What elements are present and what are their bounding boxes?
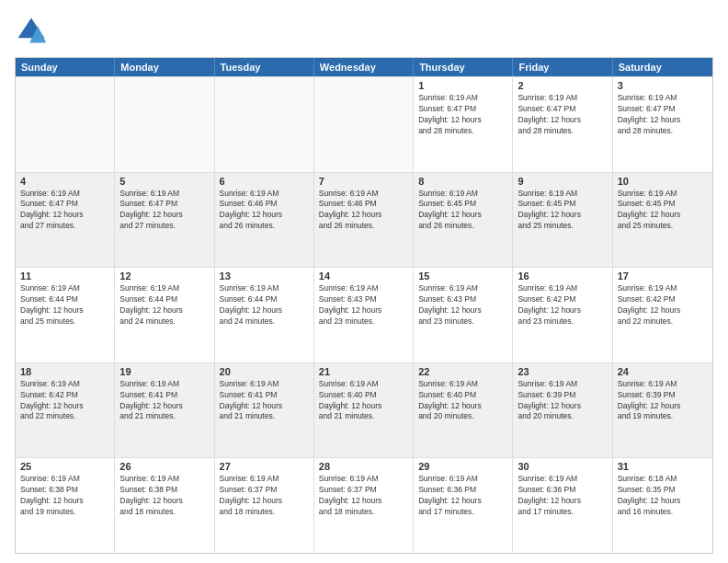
cell-content: Sunrise: 6:19 AM Sunset: 6:36 PM Dayligh…: [418, 474, 507, 518]
calendar-cell: 11Sunrise: 6:19 AM Sunset: 6:44 PM Dayli…: [16, 268, 115, 362]
calendar-header-cell: Wednesday: [314, 58, 414, 76]
day-number: 15: [418, 270, 507, 282]
cell-content: Sunrise: 6:19 AM Sunset: 6:47 PM Dayligh…: [119, 189, 209, 233]
cell-content: Sunrise: 6:19 AM Sunset: 6:46 PM Dayligh…: [319, 189, 408, 233]
day-number: 21: [319, 366, 408, 377]
day-number: 1: [418, 80, 507, 91]
cell-content: Sunrise: 6:19 AM Sunset: 6:44 PM Dayligh…: [119, 283, 209, 327]
cell-content: Sunrise: 6:19 AM Sunset: 6:41 PM Dayligh…: [119, 379, 209, 423]
cell-content: Sunrise: 6:19 AM Sunset: 6:36 PM Dayligh…: [518, 474, 607, 518]
calendar-cell: 30Sunrise: 6:19 AM Sunset: 6:36 PM Dayli…: [513, 458, 612, 553]
day-number: 16: [518, 270, 607, 282]
calendar-cell: [115, 77, 214, 172]
day-number: 11: [20, 270, 109, 282]
day-number: 13: [220, 270, 309, 282]
cell-content: Sunrise: 6:19 AM Sunset: 6:42 PM Dayligh…: [518, 283, 607, 327]
calendar-cell: 2Sunrise: 6:19 AM Sunset: 6:47 PM Daylig…: [513, 77, 612, 172]
day-number: 2: [518, 80, 607, 91]
calendar-cell: 1Sunrise: 6:19 AM Sunset: 6:47 PM Daylig…: [414, 77, 513, 172]
day-number: 17: [618, 270, 708, 282]
calendar-header-cell: Saturday: [613, 58, 712, 76]
calendar-header-cell: Thursday: [414, 58, 513, 76]
day-number: 6: [220, 176, 309, 187]
day-number: 14: [319, 270, 408, 282]
cell-content: Sunrise: 6:19 AM Sunset: 6:44 PM Dayligh…: [220, 283, 309, 327]
cell-content: Sunrise: 6:19 AM Sunset: 6:42 PM Dayligh…: [618, 283, 708, 327]
calendar-cell: 31Sunrise: 6:18 AM Sunset: 6:35 PM Dayli…: [613, 458, 712, 553]
calendar-cell: [215, 77, 314, 172]
calendar-cell: 16Sunrise: 6:19 AM Sunset: 6:42 PM Dayli…: [513, 268, 612, 362]
cell-content: Sunrise: 6:19 AM Sunset: 6:39 PM Dayligh…: [518, 379, 607, 423]
cell-content: Sunrise: 6:19 AM Sunset: 6:46 PM Dayligh…: [220, 189, 309, 233]
calendar-cell: 12Sunrise: 6:19 AM Sunset: 6:44 PM Dayli…: [115, 268, 214, 362]
day-number: 3: [618, 80, 708, 91]
day-number: 23: [518, 366, 607, 377]
calendar: SundayMondayTuesdayWednesdayThursdayFrid…: [15, 57, 713, 554]
day-number: 25: [20, 461, 109, 472]
calendar-cell: 24Sunrise: 6:19 AM Sunset: 6:39 PM Dayli…: [613, 363, 712, 458]
cell-content: Sunrise: 6:19 AM Sunset: 6:45 PM Dayligh…: [518, 189, 607, 233]
day-number: 9: [518, 176, 607, 187]
calendar-row: 1Sunrise: 6:19 AM Sunset: 6:47 PM Daylig…: [16, 76, 712, 172]
day-number: 31: [618, 461, 708, 472]
calendar-header-cell: Monday: [115, 58, 214, 76]
day-number: 26: [119, 461, 209, 472]
cell-content: Sunrise: 6:19 AM Sunset: 6:39 PM Dayligh…: [618, 379, 708, 423]
calendar-cell: 4Sunrise: 6:19 AM Sunset: 6:47 PM Daylig…: [16, 173, 115, 268]
cell-content: Sunrise: 6:19 AM Sunset: 6:47 PM Dayligh…: [418, 93, 507, 137]
calendar-cell: 19Sunrise: 6:19 AM Sunset: 6:41 PM Dayli…: [115, 363, 214, 458]
day-number: 10: [618, 176, 708, 187]
logo: [15, 15, 51, 48]
calendar-cell: 10Sunrise: 6:19 AM Sunset: 6:45 PM Dayli…: [613, 173, 712, 268]
cell-content: Sunrise: 6:19 AM Sunset: 6:38 PM Dayligh…: [119, 474, 209, 518]
calendar-row: 11Sunrise: 6:19 AM Sunset: 6:44 PM Dayli…: [16, 267, 712, 362]
calendar-cell: 22Sunrise: 6:19 AM Sunset: 6:40 PM Dayli…: [414, 363, 513, 458]
cell-content: Sunrise: 6:19 AM Sunset: 6:47 PM Dayligh…: [518, 93, 607, 137]
day-number: 27: [220, 461, 309, 472]
calendar-cell: [16, 77, 115, 172]
cell-content: Sunrise: 6:19 AM Sunset: 6:45 PM Dayligh…: [618, 189, 708, 233]
cell-content: Sunrise: 6:19 AM Sunset: 6:40 PM Dayligh…: [319, 379, 408, 423]
day-number: 22: [418, 366, 507, 377]
calendar-cell: 17Sunrise: 6:19 AM Sunset: 6:42 PM Dayli…: [613, 268, 712, 362]
day-number: 20: [220, 366, 309, 377]
logo-icon: [15, 15, 48, 48]
calendar-header: SundayMondayTuesdayWednesdayThursdayFrid…: [16, 58, 712, 76]
day-number: 4: [20, 176, 109, 187]
day-number: 29: [418, 461, 507, 472]
cell-content: Sunrise: 6:19 AM Sunset: 6:40 PM Dayligh…: [418, 379, 507, 423]
day-number: 7: [319, 176, 408, 187]
calendar-cell: 13Sunrise: 6:19 AM Sunset: 6:44 PM Dayli…: [215, 268, 314, 362]
calendar-row: 18Sunrise: 6:19 AM Sunset: 6:42 PM Dayli…: [16, 362, 712, 458]
calendar-cell: 9Sunrise: 6:19 AM Sunset: 6:45 PM Daylig…: [513, 173, 612, 268]
cell-content: Sunrise: 6:19 AM Sunset: 6:42 PM Dayligh…: [20, 379, 109, 423]
calendar-header-cell: Sunday: [16, 58, 115, 76]
calendar-cell: 3Sunrise: 6:19 AM Sunset: 6:47 PM Daylig…: [613, 77, 712, 172]
calendar-row: 4Sunrise: 6:19 AM Sunset: 6:47 PM Daylig…: [16, 172, 712, 268]
cell-content: Sunrise: 6:19 AM Sunset: 6:38 PM Dayligh…: [20, 474, 109, 518]
calendar-cell: 25Sunrise: 6:19 AM Sunset: 6:38 PM Dayli…: [16, 458, 115, 553]
calendar-cell: 7Sunrise: 6:19 AM Sunset: 6:46 PM Daylig…: [314, 173, 414, 268]
calendar-cell: [314, 77, 414, 172]
day-number: 30: [518, 461, 607, 472]
cell-content: Sunrise: 6:19 AM Sunset: 6:47 PM Dayligh…: [20, 189, 109, 233]
cell-content: Sunrise: 6:19 AM Sunset: 6:37 PM Dayligh…: [319, 474, 408, 518]
cell-content: Sunrise: 6:19 AM Sunset: 6:44 PM Dayligh…: [20, 283, 109, 327]
calendar-cell: 6Sunrise: 6:19 AM Sunset: 6:46 PM Daylig…: [215, 173, 314, 268]
cell-content: Sunrise: 6:19 AM Sunset: 6:45 PM Dayligh…: [418, 189, 507, 233]
calendar-cell: 27Sunrise: 6:19 AM Sunset: 6:37 PM Dayli…: [215, 458, 314, 553]
calendar-header-cell: Friday: [513, 58, 612, 76]
cell-content: Sunrise: 6:19 AM Sunset: 6:41 PM Dayligh…: [220, 379, 309, 423]
cell-content: Sunrise: 6:19 AM Sunset: 6:47 PM Dayligh…: [618, 93, 708, 137]
calendar-cell: 29Sunrise: 6:19 AM Sunset: 6:36 PM Dayli…: [414, 458, 513, 553]
calendar-cell: 20Sunrise: 6:19 AM Sunset: 6:41 PM Dayli…: [215, 363, 314, 458]
calendar-cell: 26Sunrise: 6:19 AM Sunset: 6:38 PM Dayli…: [115, 458, 214, 553]
calendar-cell: 14Sunrise: 6:19 AM Sunset: 6:43 PM Dayli…: [314, 268, 414, 362]
calendar-cell: 5Sunrise: 6:19 AM Sunset: 6:47 PM Daylig…: [115, 173, 214, 268]
calendar-cell: 21Sunrise: 6:19 AM Sunset: 6:40 PM Dayli…: [314, 363, 414, 458]
calendar-cell: 28Sunrise: 6:19 AM Sunset: 6:37 PM Dayli…: [314, 458, 414, 553]
calendar-cell: 15Sunrise: 6:19 AM Sunset: 6:43 PM Dayli…: [414, 268, 513, 362]
calendar-cell: 18Sunrise: 6:19 AM Sunset: 6:42 PM Dayli…: [16, 363, 115, 458]
page: SundayMondayTuesdayWednesdayThursdayFrid…: [0, 0, 728, 563]
day-number: 5: [119, 176, 209, 187]
